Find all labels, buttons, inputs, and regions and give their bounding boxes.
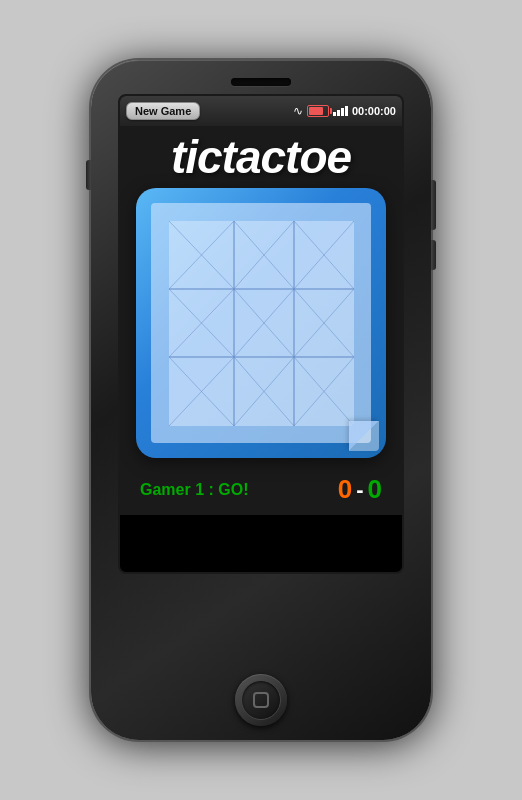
score-separator: - [356,477,363,503]
home-icon [253,692,269,708]
home-button-inner [241,680,281,720]
score-player1: 0 [338,474,352,505]
time-display: 00:00:00 [352,105,396,117]
phone-shell: New Game ∿ 00:00:00 tictactoe [91,60,431,740]
power-button[interactable] [431,180,436,230]
volume-button[interactable] [86,160,91,190]
new-game-button[interactable]: New Game [126,102,200,120]
home-button[interactable] [235,674,287,726]
app-title: tictactoe [171,134,351,180]
signal-bars-icon [333,106,348,116]
game-board-container[interactable] [136,188,386,458]
app-content: tictactoe [120,126,402,515]
score-player2: 0 [368,474,382,505]
speaker-slot [231,78,291,86]
home-button-area [235,674,287,726]
gamer-status: Gamer 1 : GO! [140,481,248,499]
screen: New Game ∿ 00:00:00 tictactoe [118,94,404,574]
tictactoe-grid[interactable] [164,216,359,431]
status-icons: ∿ 00:00:00 [293,104,396,118]
ringer-button[interactable] [431,240,436,270]
score-display: 0 - 0 [338,474,382,505]
score-area: Gamer 1 : GO! 0 - 0 [120,464,402,515]
grid-svg [164,216,359,431]
status-bar: New Game ∿ 00:00:00 [120,96,402,126]
wifi-icon: ∿ [293,104,303,118]
battery-icon [307,105,329,117]
board-paper [151,203,371,443]
